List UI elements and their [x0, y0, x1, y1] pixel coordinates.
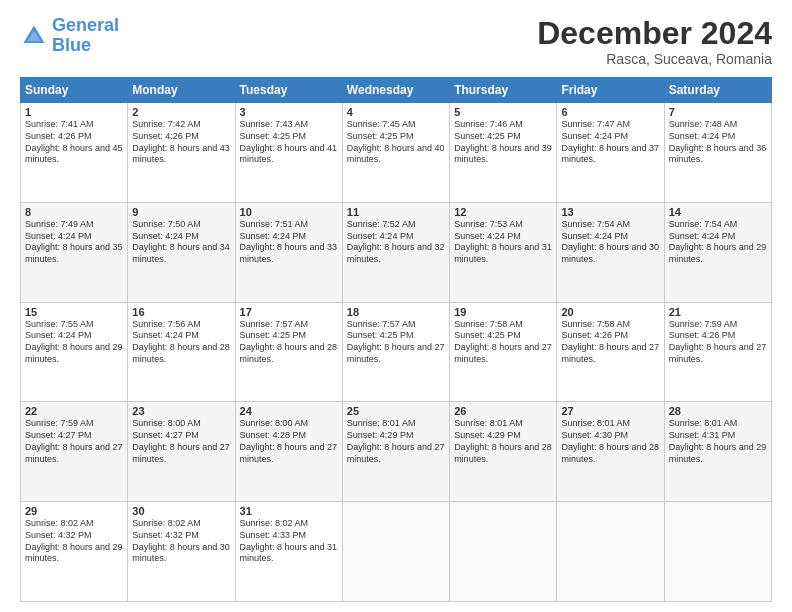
header: General Blue December 2024 Rasca, Suceav…	[20, 16, 772, 67]
col-header-wednesday: Wednesday	[342, 78, 449, 103]
day-number: 31	[240, 505, 338, 517]
day-info: Sunrise: 7:41 AM Sunset: 4:26 PM Dayligh…	[25, 119, 123, 166]
day-info: Sunrise: 8:00 AM Sunset: 4:28 PM Dayligh…	[240, 418, 338, 465]
day-cell: 29 Sunrise: 8:02 AM Sunset: 4:32 PM Dayl…	[21, 502, 128, 602]
day-cell: 30 Sunrise: 8:02 AM Sunset: 4:32 PM Dayl…	[128, 502, 235, 602]
day-cell: 4 Sunrise: 7:45 AM Sunset: 4:25 PM Dayli…	[342, 103, 449, 203]
day-info: Sunrise: 8:01 AM Sunset: 4:29 PM Dayligh…	[454, 418, 552, 465]
day-number: 3	[240, 106, 338, 118]
day-cell: 28 Sunrise: 8:01 AM Sunset: 4:31 PM Dayl…	[664, 402, 771, 502]
calendar-page: General Blue December 2024 Rasca, Suceav…	[0, 0, 792, 612]
day-info: Sunrise: 8:00 AM Sunset: 4:27 PM Dayligh…	[132, 418, 230, 465]
day-info: Sunrise: 7:58 AM Sunset: 4:25 PM Dayligh…	[454, 319, 552, 366]
col-header-tuesday: Tuesday	[235, 78, 342, 103]
day-cell	[450, 502, 557, 602]
day-number: 9	[132, 206, 230, 218]
day-cell: 25 Sunrise: 8:01 AM Sunset: 4:29 PM Dayl…	[342, 402, 449, 502]
day-number: 28	[669, 405, 767, 417]
day-number: 24	[240, 405, 338, 417]
day-cell	[664, 502, 771, 602]
calendar-header-row: SundayMondayTuesdayWednesdayThursdayFrid…	[21, 78, 772, 103]
day-number: 8	[25, 206, 123, 218]
day-cell: 5 Sunrise: 7:46 AM Sunset: 4:25 PM Dayli…	[450, 103, 557, 203]
day-cell: 20 Sunrise: 7:58 AM Sunset: 4:26 PM Dayl…	[557, 302, 664, 402]
day-cell: 14 Sunrise: 7:54 AM Sunset: 4:24 PM Dayl…	[664, 202, 771, 302]
day-number: 10	[240, 206, 338, 218]
day-info: Sunrise: 7:46 AM Sunset: 4:25 PM Dayligh…	[454, 119, 552, 166]
day-number: 12	[454, 206, 552, 218]
day-cell: 23 Sunrise: 8:00 AM Sunset: 4:27 PM Dayl…	[128, 402, 235, 502]
day-info: Sunrise: 8:01 AM Sunset: 4:31 PM Dayligh…	[669, 418, 767, 465]
day-info: Sunrise: 7:51 AM Sunset: 4:24 PM Dayligh…	[240, 219, 338, 266]
day-number: 11	[347, 206, 445, 218]
day-cell: 27 Sunrise: 8:01 AM Sunset: 4:30 PM Dayl…	[557, 402, 664, 502]
day-cell: 1 Sunrise: 7:41 AM Sunset: 4:26 PM Dayli…	[21, 103, 128, 203]
day-cell: 13 Sunrise: 7:54 AM Sunset: 4:24 PM Dayl…	[557, 202, 664, 302]
week-row-2: 8 Sunrise: 7:49 AM Sunset: 4:24 PM Dayli…	[21, 202, 772, 302]
day-info: Sunrise: 7:42 AM Sunset: 4:26 PM Dayligh…	[132, 119, 230, 166]
day-number: 21	[669, 306, 767, 318]
day-number: 1	[25, 106, 123, 118]
day-number: 27	[561, 405, 659, 417]
day-number: 15	[25, 306, 123, 318]
main-title: December 2024	[537, 16, 772, 51]
calendar-body: 1 Sunrise: 7:41 AM Sunset: 4:26 PM Dayli…	[21, 103, 772, 602]
day-info: Sunrise: 7:59 AM Sunset: 4:27 PM Dayligh…	[25, 418, 123, 465]
day-info: Sunrise: 7:59 AM Sunset: 4:26 PM Dayligh…	[669, 319, 767, 366]
day-cell	[557, 502, 664, 602]
day-info: Sunrise: 7:54 AM Sunset: 4:24 PM Dayligh…	[669, 219, 767, 266]
col-header-monday: Monday	[128, 78, 235, 103]
day-cell: 19 Sunrise: 7:58 AM Sunset: 4:25 PM Dayl…	[450, 302, 557, 402]
day-number: 4	[347, 106, 445, 118]
day-cell: 8 Sunrise: 7:49 AM Sunset: 4:24 PM Dayli…	[21, 202, 128, 302]
week-row-3: 15 Sunrise: 7:55 AM Sunset: 4:24 PM Dayl…	[21, 302, 772, 402]
day-info: Sunrise: 7:55 AM Sunset: 4:24 PM Dayligh…	[25, 319, 123, 366]
day-number: 2	[132, 106, 230, 118]
day-info: Sunrise: 8:02 AM Sunset: 4:33 PM Dayligh…	[240, 518, 338, 565]
day-cell: 3 Sunrise: 7:43 AM Sunset: 4:25 PM Dayli…	[235, 103, 342, 203]
day-info: Sunrise: 7:56 AM Sunset: 4:24 PM Dayligh…	[132, 319, 230, 366]
day-info: Sunrise: 7:49 AM Sunset: 4:24 PM Dayligh…	[25, 219, 123, 266]
day-number: 30	[132, 505, 230, 517]
calendar-table: SundayMondayTuesdayWednesdayThursdayFrid…	[20, 77, 772, 602]
week-row-5: 29 Sunrise: 8:02 AM Sunset: 4:32 PM Dayl…	[21, 502, 772, 602]
day-number: 16	[132, 306, 230, 318]
day-cell: 2 Sunrise: 7:42 AM Sunset: 4:26 PM Dayli…	[128, 103, 235, 203]
day-cell: 17 Sunrise: 7:57 AM Sunset: 4:25 PM Dayl…	[235, 302, 342, 402]
day-cell: 24 Sunrise: 8:00 AM Sunset: 4:28 PM Dayl…	[235, 402, 342, 502]
day-cell: 26 Sunrise: 8:01 AM Sunset: 4:29 PM Dayl…	[450, 402, 557, 502]
day-info: Sunrise: 7:53 AM Sunset: 4:24 PM Dayligh…	[454, 219, 552, 266]
col-header-thursday: Thursday	[450, 78, 557, 103]
day-cell: 31 Sunrise: 8:02 AM Sunset: 4:33 PM Dayl…	[235, 502, 342, 602]
day-info: Sunrise: 7:57 AM Sunset: 4:25 PM Dayligh…	[347, 319, 445, 366]
day-info: Sunrise: 7:48 AM Sunset: 4:24 PM Dayligh…	[669, 119, 767, 166]
logo-text: General Blue	[52, 16, 119, 56]
logo-icon	[20, 22, 48, 50]
day-info: Sunrise: 8:01 AM Sunset: 4:30 PM Dayligh…	[561, 418, 659, 465]
day-cell: 15 Sunrise: 7:55 AM Sunset: 4:24 PM Dayl…	[21, 302, 128, 402]
day-number: 19	[454, 306, 552, 318]
day-info: Sunrise: 7:54 AM Sunset: 4:24 PM Dayligh…	[561, 219, 659, 266]
day-number: 7	[669, 106, 767, 118]
day-number: 25	[347, 405, 445, 417]
day-info: Sunrise: 7:45 AM Sunset: 4:25 PM Dayligh…	[347, 119, 445, 166]
subtitle: Rasca, Suceava, Romania	[537, 51, 772, 67]
week-row-1: 1 Sunrise: 7:41 AM Sunset: 4:26 PM Dayli…	[21, 103, 772, 203]
day-info: Sunrise: 7:52 AM Sunset: 4:24 PM Dayligh…	[347, 219, 445, 266]
day-cell: 21 Sunrise: 7:59 AM Sunset: 4:26 PM Dayl…	[664, 302, 771, 402]
day-cell: 11 Sunrise: 7:52 AM Sunset: 4:24 PM Dayl…	[342, 202, 449, 302]
day-cell: 16 Sunrise: 7:56 AM Sunset: 4:24 PM Dayl…	[128, 302, 235, 402]
title-block: December 2024 Rasca, Suceava, Romania	[537, 16, 772, 67]
day-number: 26	[454, 405, 552, 417]
col-header-saturday: Saturday	[664, 78, 771, 103]
day-number: 22	[25, 405, 123, 417]
day-info: Sunrise: 7:57 AM Sunset: 4:25 PM Dayligh…	[240, 319, 338, 366]
day-info: Sunrise: 7:43 AM Sunset: 4:25 PM Dayligh…	[240, 119, 338, 166]
day-cell: 18 Sunrise: 7:57 AM Sunset: 4:25 PM Dayl…	[342, 302, 449, 402]
day-number: 6	[561, 106, 659, 118]
day-number: 5	[454, 106, 552, 118]
col-header-sunday: Sunday	[21, 78, 128, 103]
day-cell: 12 Sunrise: 7:53 AM Sunset: 4:24 PM Dayl…	[450, 202, 557, 302]
day-info: Sunrise: 7:47 AM Sunset: 4:24 PM Dayligh…	[561, 119, 659, 166]
day-number: 20	[561, 306, 659, 318]
